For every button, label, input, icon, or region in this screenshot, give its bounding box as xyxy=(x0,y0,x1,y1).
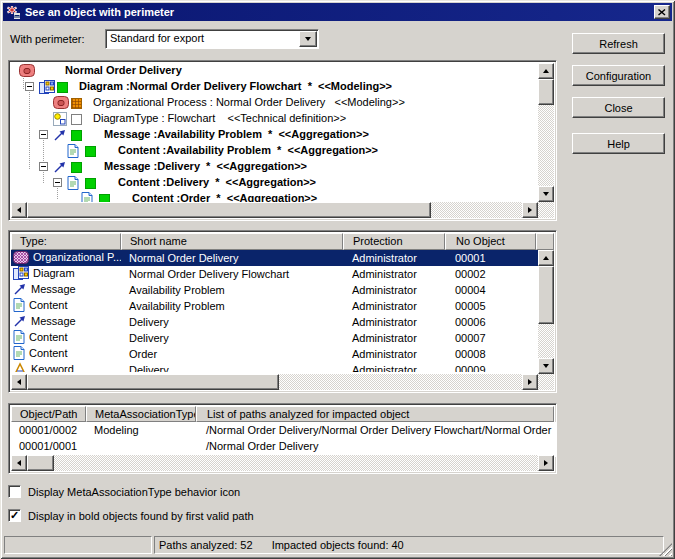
checkbox-checked-icon[interactable]: ✓ xyxy=(8,509,21,522)
tree-row[interactable]: Diagram :Normal Order Delivery Flowchart… xyxy=(11,79,540,95)
tree-row[interactable]: Normal Order Delivery xyxy=(11,63,540,79)
refresh-button[interactable]: Refresh xyxy=(572,33,665,54)
tree-vertical-scrollbar[interactable] xyxy=(538,63,554,202)
object-list-vertical-scrollbar[interactable] xyxy=(538,250,554,374)
cell-type: Keyword xyxy=(31,363,74,372)
tree-row[interactable]: DiagramType : Flowchart <<Technical defi… xyxy=(11,111,540,127)
cell-protection: Administrator xyxy=(343,364,445,372)
display-meta-association-behavior-checkbox[interactable]: Display MetaAssociationType behavior ico… xyxy=(8,485,240,498)
perimeter-select[interactable]: Standard for export xyxy=(105,29,319,49)
column-header-filler xyxy=(536,233,554,250)
scrollbar-thumb[interactable] xyxy=(27,455,54,471)
impacted-objects-text: Impacted objects found: 40 xyxy=(272,539,404,551)
collapse-icon[interactable] xyxy=(39,130,48,139)
content-icon xyxy=(13,330,25,346)
close-button[interactable]: Close xyxy=(572,97,665,118)
tree-row-label: Content :Availability Problem * <<Aggreg… xyxy=(118,144,378,156)
path-list-horizontal-scrollbar[interactable] xyxy=(11,455,554,471)
column-header-protection[interactable]: Protection xyxy=(343,233,445,250)
table-row[interactable]: Organizational P... Normal Order Deliver… xyxy=(11,250,540,266)
table-row[interactable]: Keyword Delivery Administrator 00009 xyxy=(11,362,540,372)
table-row[interactable]: Content Availability Problem Administrat… xyxy=(11,298,540,314)
cell-type: Content xyxy=(29,331,68,343)
cell-short-name: Delivery xyxy=(121,364,343,372)
checkbox-unchecked-icon[interactable] xyxy=(8,485,21,498)
table-row[interactable]: 00001/0002 Modeling /Normal Order Delive… xyxy=(11,422,556,438)
close-icon[interactable] xyxy=(654,5,670,19)
cell-short-name: Normal Order Delivery xyxy=(121,252,343,264)
collapse-icon[interactable] xyxy=(25,82,34,91)
titlebar[interactable]: See an object with perimeter xyxy=(3,3,672,21)
cell-protection: Administrator xyxy=(343,332,445,344)
scrollbar-thumb[interactable] xyxy=(27,202,431,218)
scrollbar-thumb[interactable] xyxy=(538,266,554,324)
configuration-button[interactable]: Configuration xyxy=(572,65,665,86)
column-header-no-object[interactable]: No Object xyxy=(445,233,536,250)
help-button[interactable]: Help xyxy=(572,133,665,154)
collapse-icon[interactable] xyxy=(39,162,48,171)
tree-row[interactable]: Content :Delivery * <<Aggregation>> xyxy=(11,175,540,191)
cell-type: Message xyxy=(31,315,76,327)
app-icon xyxy=(5,4,21,20)
chevron-down-icon[interactable] xyxy=(299,31,317,47)
column-header-object-path[interactable]: Object/Path xyxy=(11,406,86,422)
column-header-type[interactable]: Type: xyxy=(11,233,121,250)
object-list-horizontal-scrollbar[interactable] xyxy=(11,374,538,390)
table-row[interactable]: 00001/0001 /Normal Order Delivery xyxy=(11,438,556,454)
perimeter-value: Standard for export xyxy=(110,32,204,44)
cell-paths-list: /Normal Order Delivery xyxy=(196,440,556,452)
tree-row-label: Message :Availability Problem * <<Aggreg… xyxy=(104,128,369,140)
cell-type: Diagram xyxy=(33,267,75,279)
scrollbar-thumb[interactable] xyxy=(538,79,554,105)
scrollbar-thumb[interactable] xyxy=(27,374,279,390)
scroll-down-icon[interactable] xyxy=(538,358,554,374)
tree-row-label: Content :Delivery * <<Aggregation>> xyxy=(118,176,316,188)
table-row[interactable]: Diagram Normal Order Delivery Flowchart … xyxy=(11,266,540,282)
cell-object-path: 00001/0001 xyxy=(11,440,86,452)
table-row[interactable]: Message Availability Problem Administrat… xyxy=(11,282,540,298)
column-header-meta-association-type[interactable]: MetaAssociationType xyxy=(86,406,196,422)
diagram-icon xyxy=(39,80,55,96)
scroll-right-icon[interactable] xyxy=(522,374,538,390)
object-list-panel: Type: Short name Protection No Object Or… xyxy=(8,230,557,393)
dialog-see-object-with-perimeter: See an object with perimeter With perime… xyxy=(0,0,675,559)
tree-row[interactable]: Content :Availability Problem * <<Aggreg… xyxy=(11,143,540,159)
tree-row-label: Normal Order Delivery xyxy=(65,64,182,76)
tree-row-label: Message :Delivery * <<Aggregation>> xyxy=(104,160,307,172)
cell-protection: Administrator xyxy=(343,300,445,312)
object-list: Organizational P... Normal Order Deliver… xyxy=(11,250,540,372)
scroll-left-icon[interactable] xyxy=(11,202,27,218)
scroll-up-icon[interactable] xyxy=(538,63,554,79)
tree-row[interactable]: Message :Delivery * <<Aggregation>> xyxy=(11,159,540,175)
content-icon xyxy=(13,346,25,362)
table-row[interactable]: Content Delivery Administrator 00007 xyxy=(11,330,540,346)
tree-horizontal-scrollbar[interactable] xyxy=(11,202,538,218)
cell-short-name: Delivery xyxy=(121,316,343,328)
diagram-icon xyxy=(13,266,29,282)
cell-short-name: Normal Order Delivery Flowchart xyxy=(121,268,343,280)
message-icon xyxy=(53,128,67,144)
path-list-header: Object/Path MetaAssociationType List of … xyxy=(11,406,554,422)
tree-row[interactable]: Organizational Process : Normal Order De… xyxy=(11,95,540,111)
collapse-icon[interactable] xyxy=(53,178,62,187)
cell-no-object: 00007 xyxy=(445,332,536,344)
scroll-right-icon[interactable] xyxy=(538,455,554,471)
scroll-right-icon[interactable] xyxy=(522,202,538,218)
display-bold-first-valid-path-checkbox[interactable]: ✓ Display in bold objects found by first… xyxy=(8,509,254,522)
table-row[interactable]: Message Delivery Administrator 00006 xyxy=(11,314,540,330)
scroll-up-icon[interactable] xyxy=(538,250,554,266)
table-row[interactable]: Content Order Administrator 00008 xyxy=(11,346,540,362)
status-panel-counts: Paths analyzed: 52 Impacted objects foun… xyxy=(154,536,664,554)
content-icon xyxy=(67,144,79,160)
column-header-short-name[interactable]: Short name xyxy=(121,233,343,250)
scroll-down-icon[interactable] xyxy=(538,186,554,202)
status-green-icon xyxy=(85,146,96,157)
tree-row[interactable]: Message :Availability Problem * <<Aggreg… xyxy=(11,127,540,143)
column-header-paths-list[interactable]: List of paths analyzed for impacted obje… xyxy=(196,406,554,422)
cell-type: Content xyxy=(29,347,68,359)
scroll-left-icon[interactable] xyxy=(11,374,27,390)
window-title: See an object with perimeter xyxy=(25,6,174,18)
scroll-left-icon[interactable] xyxy=(11,455,27,471)
status-green-icon xyxy=(85,178,96,189)
path-list: 00001/0002 Modeling /Normal Order Delive… xyxy=(11,422,556,457)
